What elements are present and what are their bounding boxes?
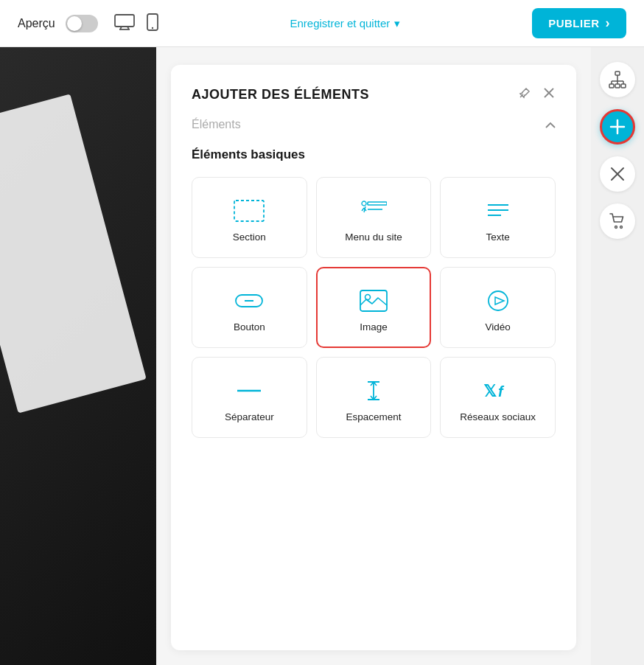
hierarchy-icon (609, 71, 626, 88)
menu-du-site-label: Menu du site (345, 231, 402, 243)
toolbar-left: Aperçu (18, 13, 158, 34)
menu-du-site-icon (360, 198, 387, 224)
grid-item-texte[interactable]: Texte (440, 177, 556, 258)
toolbar-center: Enregistrer et quitter ▾ (173, 17, 517, 30)
grid-item-espacement[interactable]: Espacement (316, 357, 432, 438)
espacement-label: Espacement (346, 411, 401, 422)
reseaux-sociaux-icon: 𝕏f (482, 377, 514, 404)
svg-marker-21 (495, 297, 504, 304)
svg-rect-0 (115, 15, 134, 27)
hierarchy-button[interactable] (600, 62, 635, 97)
preview-area (0, 47, 156, 665)
grid-item-separateur[interactable]: Séparateur (192, 357, 307, 438)
svg-rect-9 (234, 201, 264, 221)
image-icon (359, 288, 388, 314)
toolbar: Aperçu Enre (0, 0, 644, 47)
texte-icon (485, 198, 511, 224)
section-label-row: Éléments (192, 118, 556, 134)
svg-point-41 (615, 226, 617, 229)
main-area: AJOUTER DES ÉLÉMENTS (0, 47, 644, 665)
publish-button[interactable]: PUBLIER › (532, 8, 626, 38)
right-sidebar (591, 47, 644, 665)
apercu-label: Aperçu (18, 17, 55, 30)
panel-header: AJOUTER DES ÉLÉMENTS (192, 86, 556, 103)
remove-button[interactable] (600, 156, 635, 192)
plus-icon (609, 119, 626, 135)
cart-icon (609, 213, 626, 229)
svg-rect-30 (615, 84, 620, 88)
save-quit-label: Enregistrer et quitter (290, 17, 390, 29)
mobile-icon[interactable] (147, 13, 158, 34)
publish-label: PUBLIER (548, 17, 599, 29)
panel-inner: AJOUTER DES ÉLÉMENTS (171, 65, 576, 650)
device-icons (114, 13, 158, 34)
elements-section-label: Éléments (192, 118, 241, 131)
pin-button[interactable] (517, 86, 532, 103)
grid-item-menu-du-site[interactable]: Menu du site (316, 177, 432, 258)
bouton-label: Bouton (234, 321, 265, 332)
reseaux-sociaux-label: Réseaux sociaux (460, 411, 536, 422)
separateur-label: Séparateur (225, 411, 274, 422)
section-icon (233, 198, 265, 224)
save-quit-button[interactable]: Enregistrer et quitter ▾ (290, 17, 400, 30)
separateur-icon (236, 377, 262, 404)
add-elements-panel: AJOUTER DES ÉLÉMENTS (156, 47, 591, 665)
elements-basiques-heading: Éléments basiques (192, 147, 556, 162)
close-panel-button[interactable] (542, 86, 556, 102)
espacement-icon (362, 377, 385, 404)
toggle-knob (67, 16, 82, 31)
svg-text:𝕏: 𝕏 (483, 382, 497, 400)
x-icon (610, 167, 625, 181)
desktop-icon[interactable] (114, 14, 135, 33)
svg-rect-28 (615, 72, 620, 75)
svg-rect-10 (368, 202, 387, 205)
preview-toggle[interactable] (66, 15, 98, 32)
panel-header-icons (517, 86, 556, 103)
texte-label: Texte (486, 231, 510, 243)
publish-arrow-icon: › (606, 15, 611, 31)
elements-grid: SectionMenu du siteTexteBoutonImageVidéo… (192, 177, 556, 438)
grid-item-reseaux-sociaux[interactable]: 𝕏fRéseaux sociaux (440, 357, 556, 438)
image-label: Image (360, 321, 388, 332)
grid-item-section[interactable]: Section (192, 177, 307, 258)
svg-rect-31 (621, 84, 626, 88)
video-label: Vidéo (486, 321, 511, 332)
video-icon (485, 288, 511, 314)
grid-item-image[interactable]: Image (316, 267, 432, 348)
bouton-icon (234, 288, 264, 314)
save-quit-chevron-icon: ▾ (394, 17, 400, 30)
cart-button[interactable] (600, 203, 635, 239)
svg-point-42 (620, 226, 623, 229)
svg-point-11 (362, 201, 366, 206)
panel-title: AJOUTER DES ÉLÉMENTS (192, 87, 369, 102)
svg-rect-29 (609, 84, 614, 88)
section-label: Section (233, 231, 266, 243)
chevron-up-icon[interactable] (545, 119, 556, 130)
svg-point-5 (152, 27, 153, 28)
svg-text:f: f (498, 383, 505, 400)
add-element-button[interactable] (600, 109, 635, 145)
grid-item-bouton[interactable]: Bouton (192, 267, 307, 348)
grid-item-video[interactable]: Vidéo (440, 267, 556, 348)
